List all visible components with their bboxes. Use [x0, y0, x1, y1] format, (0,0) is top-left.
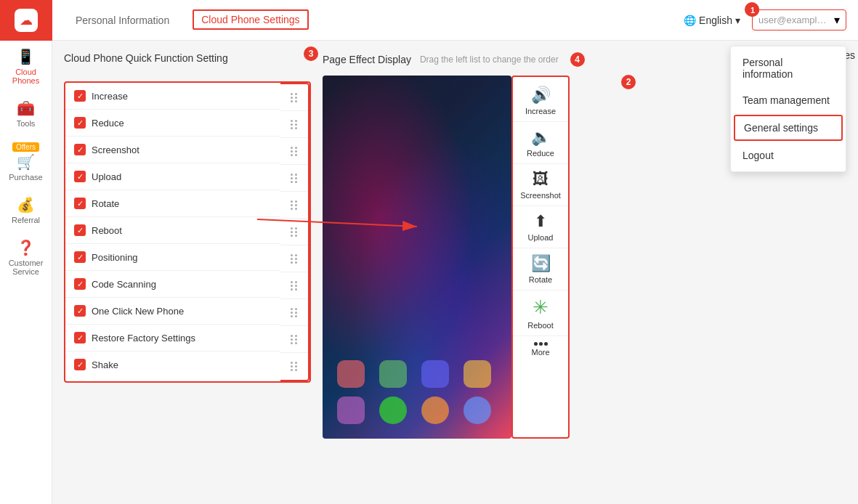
- checkbox-one-click-new-phone[interactable]: [74, 305, 86, 317]
- offers-badge: Offers: [12, 142, 39, 152]
- language-selector[interactable]: 🌐 English ▾: [684, 15, 740, 26]
- function-label-reduce: Reduce: [92, 118, 124, 129]
- checkbox-increase[interactable]: [74, 90, 86, 102]
- function-label-code-scanning: Code Scanning: [92, 279, 156, 290]
- cloud-phones-icon: 📱: [17, 48, 35, 65]
- sidebar-item-customer-service[interactable]: ❓ Customer Service: [0, 232, 52, 283]
- drag-handle-positioning[interactable]: [280, 245, 308, 272]
- dropdown-personal-information[interactable]: Personal information: [731, 49, 846, 87]
- app-icon-8: [464, 397, 491, 424]
- app-icon-3: [421, 360, 449, 388]
- function-item-code-scanning[interactable]: Code Scanning: [65, 271, 280, 298]
- checkbox-code-scanning[interactable]: [74, 278, 86, 290]
- toolbar-btn-screenshot[interactable]: 🖼Screenshot: [513, 164, 568, 206]
- sidebar-item-tools[interactable]: 🧰 Tools: [0, 92, 52, 135]
- function-item-shake[interactable]: Shake: [65, 351, 280, 378]
- customer-service-icon: ❓: [17, 239, 35, 256]
- logo-icon: [15, 9, 38, 32]
- badge-3: 3: [304, 46, 318, 61]
- sidebar-item-referral-label: Referral: [12, 216, 40, 224]
- drag-handle-reduce[interactable]: [280, 111, 308, 138]
- sidebar-item-cloud-phones-label: Cloud Phones: [3, 68, 49, 85]
- function-label-rotate: Rotate: [92, 198, 119, 209]
- right-panel-title: Page Effect Display: [323, 54, 411, 65]
- user-display-text: user@example.com: [758, 15, 831, 25]
- toolbar-label-reduce: Reduce: [527, 149, 554, 158]
- drag-handle-upload[interactable]: [280, 165, 308, 192]
- toolbar-label-rotate: Rotate: [529, 275, 552, 284]
- left-panel: Cloud Phone Quick Function Setting 3 Inc…: [64, 52, 311, 492]
- dropdown-logout[interactable]: Logout: [731, 142, 846, 168]
- toolbar-btn-reduce[interactable]: 🔈Reduce: [513, 122, 568, 164]
- drag-handle-screenshot[interactable]: [280, 138, 308, 165]
- drag-handle-increase[interactable]: [280, 84, 308, 111]
- reboot-icon: ✳: [533, 296, 549, 319]
- sidebar-item-customer-service-label: Customer Service: [3, 259, 49, 276]
- checkbox-positioning[interactable]: [74, 251, 86, 263]
- checkbox-restore-factory[interactable]: [74, 332, 86, 344]
- drag-handle-reboot[interactable]: [280, 219, 308, 245]
- checkbox-reboot[interactable]: [74, 224, 86, 236]
- toolbar-btn-reboot[interactable]: ✳Reboot: [513, 290, 568, 336]
- right-toolbar: 🔊Increase🔈Reduce🖼Screenshot⬆Upload🔄Rotat…: [511, 76, 570, 439]
- drag-handle-one-click-new-phone[interactable]: [280, 299, 308, 326]
- sidebar-item-cloud-phones[interactable]: 📱 Cloud Phones: [0, 41, 52, 92]
- sidebar-item-tools-label: Tools: [17, 119, 36, 128]
- function-item-rotate[interactable]: Rotate: [65, 190, 280, 217]
- tab-personal-info[interactable]: Personal Information: [64, 0, 181, 41]
- sidebar-logo[interactable]: [0, 0, 52, 41]
- dropdown-general-settings[interactable]: General settings: [734, 115, 843, 141]
- drag-handle-rotate[interactable]: [280, 192, 308, 219]
- toolbar-btn-rotate[interactable]: 🔄Rotate: [513, 248, 568, 290]
- sidebar: 📱 Cloud Phones 🧰 Tools Offers 🛒 Purchase…: [0, 0, 52, 504]
- function-item-reboot[interactable]: Reboot: [65, 217, 280, 244]
- function-item-upload[interactable]: Upload: [65, 163, 280, 190]
- sidebar-item-offers[interactable]: Offers 🛒 Purchase: [0, 135, 52, 189]
- sidebar-item-referral[interactable]: 💰 Referral: [0, 189, 52, 232]
- toolbar-label-increase: Increase: [525, 107, 556, 115]
- drag-handle-restore-factory[interactable]: [280, 326, 308, 353]
- app-icon-4: [464, 360, 491, 388]
- function-label-increase: Increase: [92, 91, 128, 102]
- toolbar-btn-more[interactable]: More: [513, 336, 568, 362]
- app-icon-6: [379, 397, 407, 424]
- badge-4: 4: [570, 52, 585, 67]
- app-icon-1: [337, 360, 365, 388]
- function-item-increase[interactable]: Increase: [65, 83, 280, 110]
- function-label-positioning: Positioning: [92, 252, 138, 263]
- checkbox-screenshot[interactable]: [74, 144, 86, 155]
- function-list-container: IncreaseReduceScreenshotUploadRotateRebo…: [64, 81, 311, 383]
- function-item-one-click-new-phone[interactable]: One Click New Phone: [65, 298, 280, 325]
- left-panel-header: Cloud Phone Quick Function Setting 3: [64, 52, 311, 73]
- function-item-restore-factory[interactable]: Restore Factory Settings: [65, 325, 280, 351]
- reduce-icon: 🔈: [531, 128, 551, 147]
- function-label-shake: Shake: [92, 359, 118, 370]
- toolbar-btn-increase[interactable]: 🔊Increase: [513, 80, 568, 122]
- right-panel-hint: Drag the left list to change the order: [420, 54, 559, 65]
- toolbar-label-more: More: [531, 348, 549, 357]
- header: Personal Information Cloud Phone Setting…: [52, 0, 858, 41]
- toolbar-btn-upload[interactable]: ⬆Upload: [513, 206, 568, 248]
- header-tabs: Personal Information Cloud Phone Setting…: [64, 0, 684, 41]
- phone-icons-grid: [337, 360, 497, 424]
- drag-handle-shake[interactable]: [280, 353, 308, 380]
- app-icon-7: [421, 397, 449, 424]
- globe-icon: 🌐: [684, 15, 696, 26]
- user-menu-container: 1 user@example.com ▾ Personal informatio…: [752, 9, 846, 31]
- checkbox-shake[interactable]: [74, 359, 86, 370]
- screenshot-icon: 🖼: [533, 170, 549, 189]
- function-item-screenshot[interactable]: Screenshot: [65, 137, 280, 163]
- checkbox-rotate[interactable]: [74, 198, 86, 209]
- function-item-positioning[interactable]: Positioning: [65, 244, 280, 271]
- user-menu-trigger[interactable]: user@example.com ▾: [752, 9, 846, 31]
- function-label-one-click-new-phone: One Click New Phone: [92, 306, 184, 317]
- language-label: English: [699, 15, 732, 26]
- function-label-upload: Upload: [92, 171, 121, 182]
- drag-handle-code-scanning[interactable]: [280, 272, 308, 299]
- checkbox-upload[interactable]: [74, 171, 86, 182]
- dropdown-team-management[interactable]: Team management: [731, 87, 846, 113]
- function-item-reduce[interactable]: Reduce: [65, 110, 280, 137]
- sidebar-item-purchase-label: Purchase: [9, 173, 42, 182]
- checkbox-reduce[interactable]: [74, 117, 86, 129]
- tab-cloud-phone-settings[interactable]: Cloud Phone Settings: [181, 0, 320, 41]
